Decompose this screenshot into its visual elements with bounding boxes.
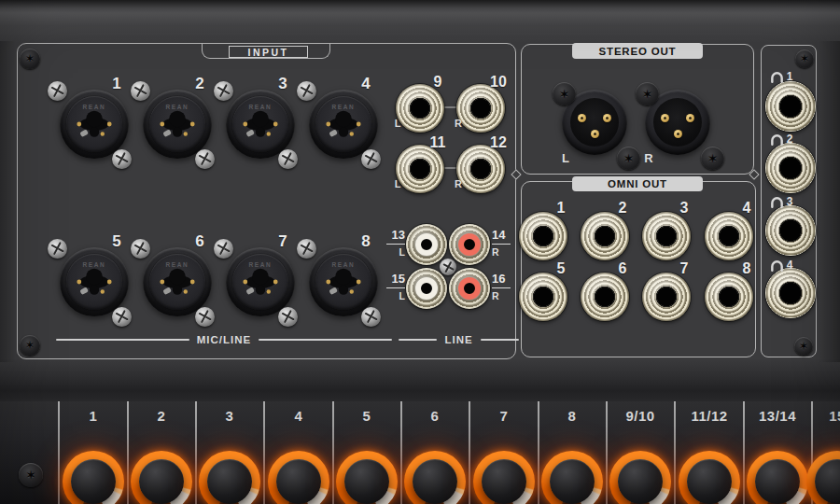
channel-label-9-10: 9/10 <box>612 408 668 424</box>
phillips-screw <box>195 307 215 327</box>
strip-separator <box>538 401 539 504</box>
channel-label-13-14: 13/14 <box>749 408 805 424</box>
right-edge-shade <box>819 41 840 362</box>
channel-label-4: 4 <box>271 408 327 424</box>
combo-jack-4: REAN <box>309 90 378 159</box>
side-label: R <box>451 178 466 189</box>
jack-number: 8 <box>352 232 380 251</box>
phillips-screw <box>131 81 150 101</box>
rca-label-16: 16 R <box>492 273 520 301</box>
channel-label-1: 1 <box>65 408 121 424</box>
phones-jack-4 <box>765 268 816 318</box>
xlr-pin <box>578 114 586 122</box>
strip-separator <box>332 401 334 504</box>
phones-label-2: 2 <box>763 133 799 146</box>
gain-knob-9-10[interactable] <box>609 451 671 504</box>
rule-line <box>492 244 511 245</box>
combo-jack-5: REAN <box>60 247 129 316</box>
omni-jack-2 <box>581 212 629 260</box>
phones-label-4: 4 <box>763 259 799 272</box>
gain-knob-5[interactable] <box>336 451 398 504</box>
phones-jack-1 <box>765 81 816 132</box>
side-label: L <box>558 151 573 165</box>
knob-cap <box>413 459 457 504</box>
jack-number: 9 <box>426 74 450 91</box>
gain-knob-8[interactable] <box>541 451 603 504</box>
omni-jack-4 <box>705 212 753 260</box>
jack-number: 1 <box>103 75 131 93</box>
rca-label-15: 15 L <box>377 273 405 301</box>
gain-knob-7[interactable] <box>473 451 535 504</box>
phillips-screw <box>131 239 150 259</box>
strip-separator <box>674 401 676 504</box>
phillips-screw <box>361 307 381 327</box>
rule-line <box>481 339 519 341</box>
phillips-screw <box>214 239 233 259</box>
phillips-screw <box>195 149 215 169</box>
rca-ring <box>415 277 438 300</box>
strip-separator <box>743 401 745 504</box>
torx-screw <box>617 147 640 170</box>
jack-number: 10 <box>486 74 511 91</box>
knob-cap <box>618 459 663 504</box>
rca-label-14: 14 R <box>492 230 520 257</box>
phillips-screw <box>297 81 316 101</box>
omni-jack-3 <box>642 212 691 260</box>
rca-label-13: 13 L <box>377 230 405 257</box>
channel-label-8: 8 <box>544 408 600 424</box>
torx-screw <box>795 49 814 68</box>
knob-cap <box>207 459 252 504</box>
knob-cap <box>344 459 389 504</box>
combo-jack-hole <box>74 263 115 301</box>
gain-knob-15[interactable] <box>806 451 840 504</box>
gain-knob-6[interactable] <box>404 451 466 504</box>
channel-label-11-12: 11/12 <box>681 408 737 424</box>
knob-cap <box>482 459 526 504</box>
headphones-icon <box>770 196 784 208</box>
knob-cap <box>71 459 116 504</box>
phones-label-3: 3 <box>763 195 799 208</box>
gain-knob-3[interactable] <box>199 451 260 504</box>
phillips-screw <box>48 81 67 101</box>
rca-ring <box>458 233 481 256</box>
mic-line-group-label: MIC/LINE <box>56 334 392 345</box>
phones-label-1: 1 <box>763 70 799 83</box>
knob-cap <box>550 459 595 504</box>
channel-label-3: 3 <box>202 408 258 424</box>
combo-jack-hole <box>323 105 364 143</box>
rca-jack-16 <box>449 268 490 309</box>
rca-jack-15 <box>406 268 447 309</box>
headphones-icon <box>770 133 784 146</box>
strip-separator <box>469 401 470 504</box>
section-label-stereo-out: STEREO OUT <box>572 43 703 59</box>
knob-cap <box>687 459 732 504</box>
jack-number: 3 <box>269 75 297 93</box>
jack-number: 5 <box>549 260 573 277</box>
torx-screw <box>19 463 43 487</box>
jack-number: 3 <box>672 200 696 217</box>
channel-label-2: 2 <box>133 408 189 424</box>
jack-number: 8 <box>735 260 759 277</box>
jack-number: 11 <box>426 134 450 151</box>
gain-knob-11-12[interactable] <box>679 451 740 504</box>
strip-separator <box>606 401 608 504</box>
gain-knob-4[interactable] <box>268 451 329 504</box>
combo-jack-3: REAN <box>226 90 295 159</box>
omni-jack-5 <box>519 273 567 321</box>
xlr-pin <box>686 114 694 122</box>
gain-knob-13-14[interactable] <box>747 451 808 504</box>
phones-jack-3 <box>765 205 816 256</box>
torx-screw <box>20 335 40 356</box>
rule-line <box>386 244 405 245</box>
phones-jack-2 <box>765 143 816 193</box>
phillips-screw <box>440 259 456 275</box>
xlr-pin <box>603 114 611 122</box>
phillips-screw <box>278 307 298 327</box>
phillips-screw <box>361 149 381 169</box>
gain-knob-1[interactable] <box>63 451 124 504</box>
side-label: R <box>641 151 656 165</box>
channel-label-6: 6 <box>407 408 463 424</box>
torx-screw <box>701 147 724 170</box>
gain-knob-2[interactable] <box>131 451 192 504</box>
phillips-screw <box>112 307 132 327</box>
